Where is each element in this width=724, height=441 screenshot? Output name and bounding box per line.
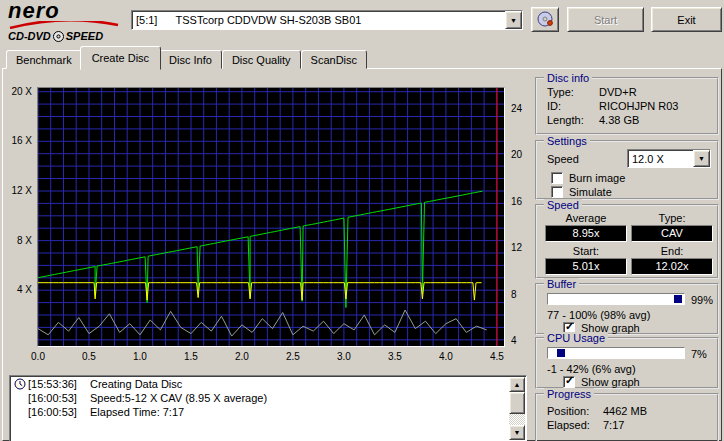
progress-elapsed-label: Elapsed: bbox=[547, 419, 590, 431]
tab-disc-info[interactable]: Disc Info bbox=[159, 50, 222, 69]
log-row[interactable]: [16:00:53] Speed:5-12 X CAV (8.95 X aver… bbox=[10, 390, 526, 404]
scroll-up-icon[interactable]: ▲ bbox=[509, 377, 525, 392]
group-title-buffer: Buffer bbox=[544, 278, 579, 290]
axis-tick: 0.0 bbox=[27, 351, 49, 362]
axis-tick: 20 X bbox=[11, 86, 32, 97]
log-message: Speed:5-12 X CAV (8.95 X average) bbox=[90, 392, 267, 404]
disc-type-value: DVD+R bbox=[599, 86, 637, 98]
start-button[interactable]: Start bbox=[567, 7, 644, 32]
tab-page-create-disc: 20 X16 X12 X8 X4 X 2420161284 0.00.51.01… bbox=[2, 68, 722, 441]
group-buffer: Buffer 99% 77 - 100% (98% avg) Show grap… bbox=[535, 283, 719, 335]
chart-canvas bbox=[38, 88, 504, 346]
cpu-show-graph-label[interactable]: Show graph bbox=[581, 376, 640, 388]
axis-tick: 0.5 bbox=[78, 351, 100, 362]
log-time: [16:00:53] bbox=[28, 406, 90, 418]
tab-create-disc[interactable]: Create Disc bbox=[80, 46, 161, 70]
disc-length-value: 4.38 GB bbox=[599, 114, 639, 126]
chevron-down-icon[interactable]: ▼ bbox=[505, 11, 522, 29]
logo-speed: SPEED bbox=[66, 30, 103, 42]
speed-select-value: 12.0 X bbox=[628, 153, 693, 165]
axis-tick: 8 bbox=[511, 289, 517, 300]
clock-icon bbox=[14, 378, 28, 390]
group-cpu: CPU Usage 7% -1 - 42% (6% avg) Show grap… bbox=[535, 337, 719, 389]
group-speed: Speed Average Type: 8.95x CAV Start: End… bbox=[535, 204, 719, 279]
tab-benchmark[interactable]: Benchmark bbox=[6, 50, 82, 69]
axis-tick: 4.0 bbox=[435, 351, 457, 362]
axis-tick: 1.5 bbox=[180, 351, 202, 362]
axis-tick: 12 X bbox=[11, 185, 32, 196]
log-time: [15:53:36] bbox=[28, 378, 90, 390]
axis-tick: 3.0 bbox=[333, 351, 355, 362]
buffer-progress-marker bbox=[674, 295, 682, 303]
cpu-progressbar bbox=[547, 347, 685, 359]
progress-position-value: 4462 MB bbox=[603, 405, 647, 417]
log-list: [15:53:36] Creating Data Disc [16:00:53]… bbox=[9, 375, 527, 441]
axis-tick: 4 bbox=[511, 335, 517, 346]
checkbox-show-graph-cpu[interactable] bbox=[563, 376, 575, 388]
disc-id-value: RICOHJPN R03 bbox=[599, 100, 678, 112]
app-window: { "logo": { "line1": "nero", "line2_left… bbox=[0, 0, 724, 441]
speed-type-label: Type: bbox=[631, 212, 713, 224]
log-message: Elapsed Time: 7:17 bbox=[90, 406, 184, 418]
nero-logo: nero CD-DVD SPEED bbox=[8, 1, 126, 41]
log-row[interactable]: [15:53:36] Creating Data Disc bbox=[10, 376, 526, 390]
group-settings: Settings Speed 12.0 X ▼ Burn image Simul… bbox=[535, 140, 719, 200]
axis-tick: 4.5 bbox=[486, 351, 508, 362]
scrollbar-thumb[interactable] bbox=[509, 392, 525, 414]
chevron-down-icon[interactable]: ▼ bbox=[693, 150, 710, 167]
axis-tick: 1.0 bbox=[129, 351, 151, 362]
disc-id-label: ID: bbox=[547, 100, 561, 112]
axis-tick: 8 X bbox=[17, 235, 32, 246]
speed-select-label: Speed bbox=[547, 153, 579, 165]
group-title-speed: Speed bbox=[544, 199, 582, 211]
speed-average-label: Average bbox=[545, 212, 627, 224]
disc-button[interactable] bbox=[531, 7, 559, 32]
axis-tick: 20 bbox=[511, 149, 522, 160]
drive-select[interactable]: [5:1] TSSTcorp CDDVDW SH-S203B SB01 ▼ bbox=[131, 10, 523, 30]
chart-y-axis-right: 2420161284 bbox=[508, 88, 530, 346]
log-row[interactable]: [16:00:53] Elapsed Time: 7:17 bbox=[10, 404, 526, 418]
cpu-progress-marker bbox=[557, 349, 565, 357]
tab-bar: Benchmark Create Disc Disc Info Disc Qua… bbox=[6, 46, 367, 70]
axis-tick: 16 bbox=[511, 196, 522, 207]
group-title-settings: Settings bbox=[544, 135, 590, 147]
speed-start-label: Start: bbox=[545, 245, 627, 257]
axis-tick: 16 X bbox=[11, 135, 32, 146]
logo-cddvd: CD-DVD bbox=[8, 30, 51, 42]
progress-position-label: Position: bbox=[547, 405, 589, 417]
group-progress: Progress Position: 4462 MB Elapsed: 7:17 bbox=[535, 393, 719, 441]
simulate-label[interactable]: Simulate bbox=[569, 186, 612, 198]
speed-end-value: 12.02x bbox=[631, 258, 713, 275]
chart-plot-area bbox=[37, 87, 505, 347]
cpu-percent: 7% bbox=[691, 348, 707, 360]
logo-text-nero: nero bbox=[8, 1, 126, 21]
log-message: Creating Data Disc bbox=[90, 378, 182, 390]
speed-start-value: 5.01x bbox=[545, 258, 627, 275]
axis-tick: 2.0 bbox=[231, 351, 253, 362]
checkbox-simulate[interactable] bbox=[551, 186, 563, 198]
buffer-range: 77 - 100% (98% avg) bbox=[547, 309, 650, 321]
axis-tick: 3.5 bbox=[384, 351, 406, 362]
speed-select[interactable]: 12.0 X ▼ bbox=[627, 149, 711, 168]
exit-button[interactable]: Exit bbox=[651, 7, 722, 32]
drive-select-value: [5:1] TSSTcorp CDDVDW SH-S203B SB01 bbox=[132, 14, 505, 26]
scroll-down-icon[interactable]: ▼ bbox=[509, 425, 525, 440]
checkbox-burn-image[interactable] bbox=[551, 172, 563, 184]
tab-scandisc[interactable]: ScanDisc bbox=[301, 50, 367, 69]
group-title-disc-info: Disc info bbox=[544, 72, 592, 84]
cd-icon bbox=[536, 11, 554, 27]
axis-tick: 12 bbox=[511, 242, 522, 253]
log-scrollbar[interactable]: ▲ ▼ bbox=[509, 377, 525, 440]
group-title-cpu: CPU Usage bbox=[544, 332, 608, 344]
burn-image-label[interactable]: Burn image bbox=[569, 172, 625, 184]
disc-length-label: Length: bbox=[547, 114, 584, 126]
log-time: [16:00:53] bbox=[28, 392, 90, 404]
progress-elapsed-value: 7:17 bbox=[603, 419, 624, 431]
group-disc-info: Disc info Type: DVD+R ID: RICOHJPN R03 L… bbox=[535, 77, 719, 135]
buffer-percent: 99% bbox=[691, 294, 713, 306]
axis-tick: 4 X bbox=[17, 284, 32, 295]
axis-tick: 2.5 bbox=[282, 351, 304, 362]
tab-disc-quality[interactable]: Disc Quality bbox=[222, 50, 301, 69]
chart-y-axis-left: 20 X16 X12 X8 X4 X bbox=[4, 88, 35, 346]
disc-icon bbox=[53, 31, 64, 42]
